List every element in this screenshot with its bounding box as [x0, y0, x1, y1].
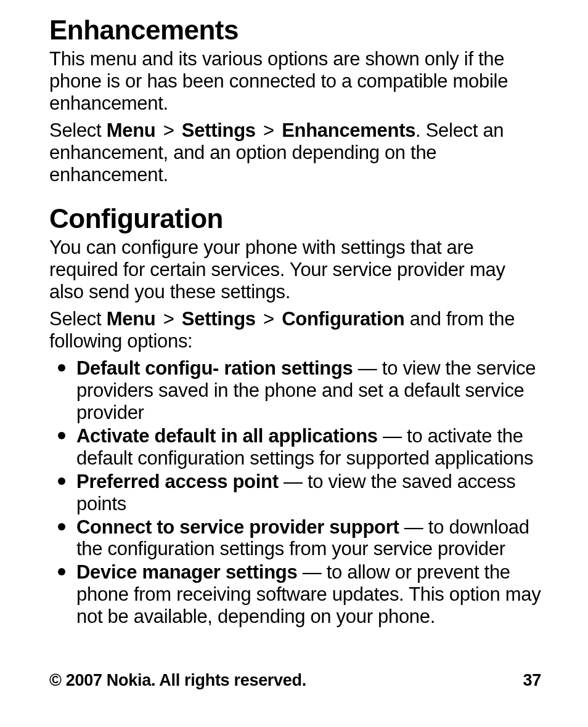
para-enhancements-intro: This menu and its various options are sh… [49, 48, 541, 115]
text-run: Select [49, 308, 107, 330]
heading-configuration: Configuration [49, 205, 541, 233]
bold-term: Preferred access point [76, 471, 279, 492]
para-enhancements-path: Select Menu > Settings > Enhancements. S… [49, 120, 541, 186]
text-run: This menu and its various options are sh… [49, 48, 508, 114]
list-item: Activate default in all applications — t… [76, 425, 541, 469]
text-run: Select [49, 120, 107, 141]
bold-term: Menu [107, 120, 156, 141]
list-item: Device manager settings — to allow or pr… [76, 561, 541, 628]
copyright-text: © 2007 Nokia. All rights reserved. [49, 671, 306, 690]
bold-term: Activate default in all applications [76, 425, 378, 447]
para-configuration-intro: You can configure your phone with settin… [49, 237, 541, 303]
breadcrumb-separator: > [155, 308, 181, 330]
bold-term: Settings [182, 308, 256, 330]
bold-term: Settings [182, 120, 256, 141]
bold-term: Device manager settings [76, 561, 297, 583]
list-item: Connect to service provider support — to… [76, 516, 541, 561]
bold-term: Connect to service provider support [76, 516, 399, 538]
para-configuration-path: Select Menu > Settings > Configuration a… [49, 308, 541, 352]
list-item: Preferred access point — to view the sav… [76, 471, 541, 515]
bold-term: Default configu- ration settings [76, 357, 353, 379]
bold-term: Menu [107, 308, 156, 330]
breadcrumb-separator: > [155, 120, 181, 141]
bold-term: Enhancements [282, 120, 415, 141]
breadcrumb-separator: > [256, 308, 282, 330]
bold-term: Configuration [282, 308, 404, 330]
document-page: Enhancements This menu and its various o… [0, 0, 588, 727]
heading-enhancements: Enhancements [49, 16, 541, 44]
list-item: Default configu- ration settings — to vi… [76, 357, 541, 424]
text-run: You can configure your phone with settin… [49, 237, 505, 303]
configuration-options-list: Default configu- ration settings — to vi… [49, 357, 541, 628]
page-number: 37 [523, 671, 541, 690]
page-footer: © 2007 Nokia. All rights reserved. 37 [49, 671, 541, 690]
breadcrumb-separator: > [256, 120, 282, 141]
